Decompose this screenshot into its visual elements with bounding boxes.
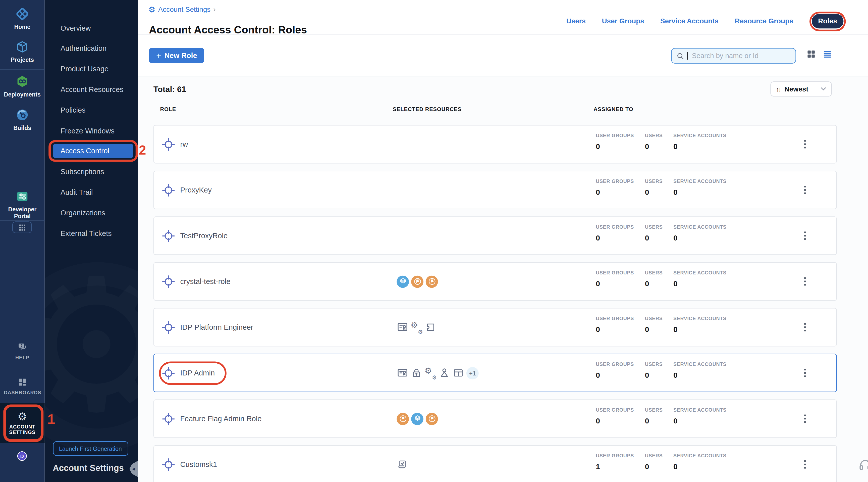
role-row-testproxyrole[interactable]: TestProxyRole USER GROUPS 0 USERS 0 SERV… <box>153 216 837 255</box>
rail-item-home[interactable]: Home <box>0 7 45 30</box>
role-name: Feature Flag Admin Role <box>180 414 261 423</box>
row-menu-kebab-icon[interactable] <box>800 412 810 425</box>
gears-icon: ⚙⚙ <box>425 367 436 379</box>
certificate-icon <box>397 322 408 333</box>
tab-roles[interactable]: Roles <box>812 14 843 28</box>
list-view-toggle[interactable] <box>823 50 832 59</box>
sidebar-item-external-tickets[interactable]: External Tickets <box>45 226 138 240</box>
rail-item-account-settings[interactable]: ⚙ ACCOUNT SETTINGS <box>0 411 45 435</box>
rail-item-label: Builds <box>2 124 42 131</box>
page-header: ⚙ Account Settings › Account Access Cont… <box>138 0 868 35</box>
assigned-label: USER GROUPS <box>596 133 634 138</box>
sidebar-item-account-resources[interactable]: Account Resources <box>45 83 138 96</box>
collapse-panel-button[interactable]: ◀ <box>129 461 137 477</box>
search-input[interactable] <box>691 51 791 60</box>
tab-resource-groups[interactable]: Resource Groups <box>735 17 793 25</box>
column-header-selected-resources: SELECTED RESOURCES <box>393 106 462 112</box>
sidebar-item-overview[interactable]: Overview <box>45 21 138 35</box>
assigned-value: 0 <box>596 417 600 425</box>
role-row-idp-admin[interactable]: IDP Admin⚙⚙+1 USER GROUPS 0 USERS 0 SERV… <box>153 354 837 392</box>
new-role-button[interactable]: + New Role <box>149 48 205 63</box>
sidebar-item-access-control[interactable]: Access Control <box>53 144 133 158</box>
row-menu-kebab-icon[interactable] <box>800 366 810 380</box>
rail-item-dashboards[interactable]: DASHBOARDS <box>0 376 45 396</box>
role-name: Customsk1 <box>180 460 217 469</box>
breadcrumb-link[interactable]: Account Settings <box>158 5 211 13</box>
role-row-rw[interactable]: rw USER GROUPS 0 USERS 0 SERVICE ACCOUNT… <box>153 125 837 163</box>
sidebar-item-freeze-windows[interactable]: Freeze Windows <box>45 124 138 138</box>
assigned-value: 1 <box>596 462 600 471</box>
chevron-down-icon <box>820 87 826 91</box>
assigned-label: SERVICE ACCOUNTS <box>673 408 726 413</box>
assigned-label: USERS <box>645 270 663 275</box>
row-menu-kebab-icon[interactable] <box>800 275 810 288</box>
row-menu-kebab-icon[interactable] <box>800 229 810 242</box>
selected-resources <box>397 263 438 300</box>
scope-tabs: UsersUser GroupsService AccountsResource… <box>566 12 846 31</box>
assigned-value: 0 <box>645 188 649 196</box>
assigned-value: 0 <box>596 371 600 379</box>
search-icon <box>676 52 684 60</box>
role-row-proxykey[interactable]: ProxyKey USER GROUPS 0 USERS 0 SERVICE A… <box>153 171 837 209</box>
dashboards-icon <box>16 376 28 388</box>
rail-item-label: HELP <box>4 355 41 361</box>
role-target-icon <box>162 138 175 151</box>
avatar[interactable]: D <box>17 451 27 461</box>
roles-rows: rw USER GROUPS 0 USERS 0 SERVICE ACCOUNT… <box>153 125 837 482</box>
role-row-crystal-test-role[interactable]: crystal-test-role USER GROUPS 0 USERS 0 … <box>153 262 837 301</box>
assigned-label: USER GROUPS <box>596 453 634 459</box>
role-target-icon <box>162 366 175 380</box>
sidebar-item-subscriptions[interactable]: Subscriptions <box>45 164 138 178</box>
layout-icon <box>452 367 464 379</box>
rail-item-help[interactable]: ? HELP <box>0 341 45 361</box>
svg-text:?: ? <box>21 343 23 348</box>
role-name-group: TestProxyRole <box>162 217 227 254</box>
role-target-icon <box>162 229 175 242</box>
assigned-value: 0 <box>673 188 678 196</box>
sidebar-item-policies[interactable]: Policies <box>45 103 138 117</box>
sidebar-item-audit-trail[interactable]: Audit Trail <box>45 185 138 199</box>
builds-icon <box>15 108 30 122</box>
rail-item-projects[interactable]: Projects <box>0 40 45 63</box>
assigned-value: 0 <box>645 234 649 242</box>
tab-users[interactable]: Users <box>566 17 586 25</box>
module-picker-button[interactable] <box>12 221 32 233</box>
developer-portal-icon <box>15 189 30 204</box>
gears-icon: ⚙⚙ <box>411 322 423 333</box>
rail-item-builds[interactable]: Builds <box>0 108 45 131</box>
certificate-icon <box>397 367 408 379</box>
rail-item-developer-portal[interactable]: Developer Portal <box>0 189 45 220</box>
role-row-feature-flag-admin-role[interactable]: Feature Flag Admin Role USER GROUPS 0 US… <box>153 399 837 438</box>
settings-sidebar: ⚙ OverviewAuthenticationProduct UsageAcc… <box>45 0 138 482</box>
role-target-icon <box>162 458 175 471</box>
sidebar-item-organizations[interactable]: Organizations <box>45 206 138 219</box>
assigned-label: USER GROUPS <box>596 408 634 413</box>
flag-orange-icon <box>426 413 438 425</box>
launch-first-generation-button[interactable]: Launch First Generation <box>53 441 128 456</box>
row-menu-kebab-icon[interactable] <box>800 183 810 197</box>
grid-view-toggle[interactable] <box>807 50 816 59</box>
row-menu-kebab-icon[interactable] <box>800 458 810 471</box>
rail-item-label: Deployments <box>2 91 42 98</box>
main-content: ⚙ Account Settings › Account Access Cont… <box>138 0 868 482</box>
role-row-idp-platform-engineer[interactable]: IDP Platform Engineer⚙⚙ USER GROUPS 0 US… <box>153 308 837 346</box>
flag-orange-icon <box>426 275 438 288</box>
gear-icon: ⚙ <box>17 411 28 422</box>
search-box[interactable] <box>671 48 796 64</box>
sidebar-item-product-usage[interactable]: Product Usage <box>45 62 138 76</box>
sidebar-item-authentication[interactable]: Authentication <box>45 41 138 55</box>
headset-icon[interactable] <box>858 457 868 472</box>
assigned-value: 0 <box>645 417 649 425</box>
assigned-value: 0 <box>596 279 600 288</box>
tab-service-accounts[interactable]: Service Accounts <box>660 17 719 25</box>
tab-user-groups[interactable]: User Groups <box>602 17 644 25</box>
rail-item-deployments[interactable]: Deployments <box>0 74 45 98</box>
flag-orange-icon <box>411 275 424 288</box>
assigned-value: 0 <box>673 371 678 379</box>
sort-dropdown[interactable]: ↑↓ Newest <box>770 82 832 96</box>
row-menu-kebab-icon[interactable] <box>800 138 810 151</box>
role-row-customsk1[interactable]: Customsk1 USER GROUPS 1 USERS 0 SERVICE … <box>153 445 837 482</box>
row-menu-kebab-icon[interactable] <box>800 321 810 334</box>
assigned-value: 0 <box>645 325 649 333</box>
help-icon: ? <box>16 341 28 353</box>
